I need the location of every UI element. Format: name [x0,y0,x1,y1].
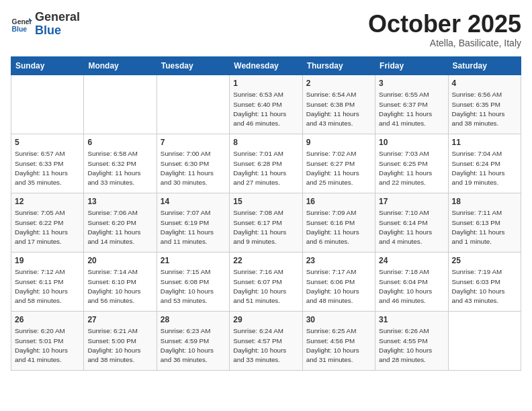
logo-text: General Blue [35,11,80,38]
calendar-cell: 18Sunrise: 7:11 AM Sunset: 6:13 PM Dayli… [448,193,521,252]
day-info: Sunrise: 6:24 AM Sunset: 4:57 PM Dayligh… [233,326,298,365]
day-header-tuesday: Tuesday [157,56,229,75]
day-number: 8 [233,137,298,148]
day-info: Sunrise: 6:57 AM Sunset: 6:33 PM Dayligh… [15,149,80,187]
day-number: 18 [452,196,517,208]
day-header-wednesday: Wednesday [230,56,302,75]
day-info: Sunrise: 7:03 AM Sunset: 6:25 PM Dayligh… [379,149,444,187]
calendar-cell: 11Sunrise: 7:04 AM Sunset: 6:24 PM Dayli… [448,134,521,193]
day-number: 16 [306,196,371,208]
day-header-friday: Friday [375,56,448,75]
day-number: 29 [233,314,298,326]
day-number: 4 [452,78,517,89]
day-info: Sunrise: 7:07 AM Sunset: 6:19 PM Dayligh… [161,208,226,246]
day-info: Sunrise: 6:55 AM Sunset: 6:37 PM Dayligh… [379,90,444,128]
calendar-cell: 29Sunrise: 6:24 AM Sunset: 4:57 PM Dayli… [230,311,302,370]
calendar-cell: 31Sunrise: 6:26 AM Sunset: 4:55 PM Dayli… [375,311,448,370]
day-info: Sunrise: 6:54 AM Sunset: 6:38 PM Dayligh… [306,90,371,128]
day-info: Sunrise: 7:19 AM Sunset: 6:03 PM Dayligh… [452,267,517,306]
day-number: 11 [452,137,517,148]
logo-icon: General Blue [11,13,32,35]
day-number: 15 [233,196,298,208]
calendar-cell: 28Sunrise: 6:23 AM Sunset: 4:59 PM Dayli… [157,311,229,370]
day-info: Sunrise: 7:08 AM Sunset: 6:17 PM Dayligh… [233,208,298,246]
day-number: 21 [161,255,226,267]
day-info: Sunrise: 6:58 AM Sunset: 6:32 PM Dayligh… [87,149,152,187]
day-info: Sunrise: 7:05 AM Sunset: 6:22 PM Dayligh… [15,208,80,246]
calendar-cell: 8Sunrise: 7:01 AM Sunset: 6:28 PM Daylig… [230,134,302,193]
calendar-cell: 6Sunrise: 6:58 AM Sunset: 6:32 PM Daylig… [84,134,157,193]
calendar-cell: 14Sunrise: 7:07 AM Sunset: 6:19 PM Dayli… [157,193,229,252]
day-info: Sunrise: 7:18 AM Sunset: 6:04 PM Dayligh… [379,267,444,306]
day-number: 6 [87,137,152,148]
calendar-cell: 27Sunrise: 6:21 AM Sunset: 5:00 PM Dayli… [84,311,157,370]
week-row-1: 1Sunrise: 6:53 AM Sunset: 6:40 PM Daylig… [11,75,521,134]
day-number: 26 [15,314,80,326]
day-number: 17 [379,196,444,208]
day-info: Sunrise: 7:06 AM Sunset: 6:20 PM Dayligh… [87,208,152,246]
calendar-cell: 17Sunrise: 7:10 AM Sunset: 6:14 PM Dayli… [375,193,448,252]
day-number: 9 [306,137,371,148]
calendar-cell: 1Sunrise: 6:53 AM Sunset: 6:40 PM Daylig… [230,75,302,134]
day-number: 28 [161,314,226,326]
day-number: 25 [452,255,517,267]
calendar-title: October 2025 [368,11,521,38]
day-info: Sunrise: 6:21 AM Sunset: 5:00 PM Dayligh… [87,326,152,365]
day-header-thursday: Thursday [302,56,375,75]
logo-general: General [35,10,80,24]
calendar-cell: 22Sunrise: 7:16 AM Sunset: 6:07 PM Dayli… [230,252,302,311]
calendar-cell: 24Sunrise: 7:18 AM Sunset: 6:04 PM Dayli… [375,252,448,311]
calendar-cell: 26Sunrise: 6:20 AM Sunset: 5:01 PM Dayli… [11,311,84,370]
day-number: 22 [233,255,298,267]
day-number: 30 [306,314,371,326]
day-number: 10 [379,137,444,148]
day-number: 23 [306,255,371,267]
day-info: Sunrise: 6:26 AM Sunset: 4:55 PM Dayligh… [379,326,444,365]
calendar-cell [11,75,84,134]
week-row-4: 19Sunrise: 7:12 AM Sunset: 6:11 PM Dayli… [11,252,521,311]
calendar-cell: 20Sunrise: 7:14 AM Sunset: 6:10 PM Dayli… [84,252,157,311]
calendar-cell [157,75,229,134]
day-info: Sunrise: 7:09 AM Sunset: 6:16 PM Dayligh… [306,208,371,246]
day-number: 2 [306,78,371,89]
day-info: Sunrise: 6:53 AM Sunset: 6:40 PM Dayligh… [233,90,298,128]
calendar-cell: 23Sunrise: 7:17 AM Sunset: 6:06 PM Dayli… [302,252,375,311]
week-row-5: 26Sunrise: 6:20 AM Sunset: 5:01 PM Dayli… [11,311,521,370]
calendar-table: SundayMondayTuesdayWednesdayThursdayFrid… [11,56,521,371]
calendar-cell [84,75,157,134]
day-number: 20 [87,255,152,267]
day-number: 7 [161,137,226,148]
calendar-cell: 10Sunrise: 7:03 AM Sunset: 6:25 PM Dayli… [375,134,448,193]
calendar-cell: 25Sunrise: 7:19 AM Sunset: 6:03 PM Dayli… [448,252,521,311]
day-info: Sunrise: 7:14 AM Sunset: 6:10 PM Dayligh… [87,267,152,306]
day-number: 13 [87,196,152,208]
calendar-cell: 16Sunrise: 7:09 AM Sunset: 6:16 PM Dayli… [302,193,375,252]
calendar-cell: 9Sunrise: 7:02 AM Sunset: 6:27 PM Daylig… [302,134,375,193]
calendar-cell: 4Sunrise: 6:56 AM Sunset: 6:35 PM Daylig… [448,75,521,134]
day-number: 12 [15,196,80,208]
calendar-cell: 12Sunrise: 7:05 AM Sunset: 6:22 PM Dayli… [11,193,84,252]
day-number: 1 [233,78,298,89]
day-info: Sunrise: 7:02 AM Sunset: 6:27 PM Dayligh… [306,149,371,187]
day-number: 5 [15,137,80,148]
day-info: Sunrise: 7:04 AM Sunset: 6:24 PM Dayligh… [452,149,517,187]
day-info: Sunrise: 7:17 AM Sunset: 6:06 PM Dayligh… [306,267,371,306]
day-info: Sunrise: 6:25 AM Sunset: 4:56 PM Dayligh… [306,326,371,365]
logo-blue: Blue [35,24,61,37]
calendar-cell: 30Sunrise: 6:25 AM Sunset: 4:56 PM Dayli… [302,311,375,370]
day-number: 14 [161,196,226,208]
calendar-cell: 5Sunrise: 6:57 AM Sunset: 6:33 PM Daylig… [11,134,84,193]
logo: General Blue General Blue [11,11,80,38]
day-number: 19 [15,255,80,267]
calendar-subtitle: Atella, Basilicate, Italy [368,38,521,48]
day-number: 31 [379,314,444,326]
calendar-cell: 7Sunrise: 7:00 AM Sunset: 6:30 PM Daylig… [157,134,229,193]
header: General Blue General Blue October 2025 A… [11,11,521,48]
day-info: Sunrise: 7:15 AM Sunset: 6:08 PM Dayligh… [161,267,226,306]
day-info: Sunrise: 6:20 AM Sunset: 5:01 PM Dayligh… [15,326,80,365]
day-number: 24 [379,255,444,267]
calendar-cell: 15Sunrise: 7:08 AM Sunset: 6:17 PM Dayli… [230,193,302,252]
day-header-sunday: Sunday [11,56,84,75]
title-block: October 2025 Atella, Basilicate, Italy [368,11,521,48]
calendar-cell [448,311,521,370]
